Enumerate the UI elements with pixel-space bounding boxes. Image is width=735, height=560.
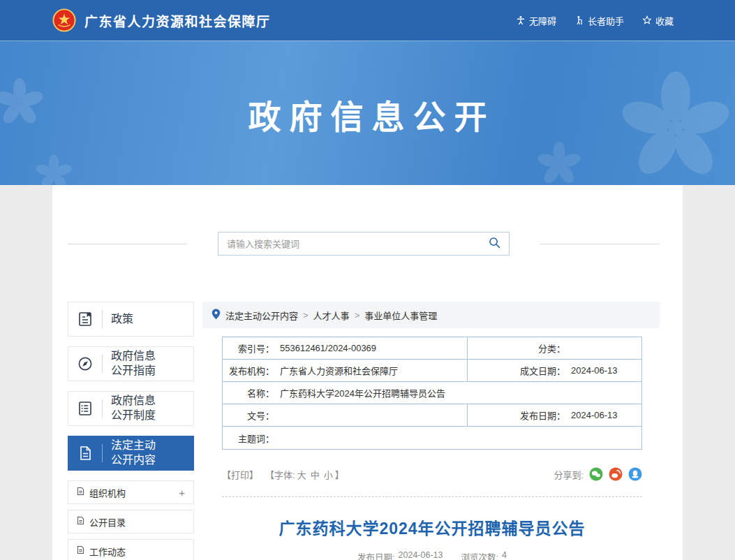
publish-date-meta-label: 发布日期: — [357, 550, 394, 560]
name-value: 广东药科大学2024年公开招聘辅导员公告 — [280, 386, 445, 399]
favorite-label: 收藏 — [655, 14, 674, 27]
columns: 政策 政府信息公开指南 — [68, 302, 660, 560]
breadcrumb-separator: > — [303, 310, 309, 320]
banner: 政府信息公开 — [0, 40, 735, 185]
star-icon — [642, 15, 652, 25]
name-label: 名称： — [223, 386, 274, 399]
site-title: 广东省人力资源和社会保障厅 — [84, 11, 271, 30]
sidebar-item-label: 政府信息公开指南 — [111, 349, 160, 378]
sidebar: 政策 政府信息公开指南 — [68, 302, 194, 560]
site-branding: 广东省人力资源和社会保障厅 — [52, 8, 271, 32]
search-row — [68, 232, 660, 256]
elder-person-icon — [574, 15, 584, 25]
breadcrumb: 法定主动公开内容 > 人才人事 > 事业单位人事管理 — [202, 302, 660, 328]
table-row: 文号： 发布日期： 2024-06-13 — [223, 404, 641, 427]
publisher-label: 发布机构： — [223, 364, 274, 377]
elder-assistant-link[interactable]: 长者助手 — [574, 14, 624, 27]
content-wrap: 政策 政府信息公开指南 — [0, 185, 735, 560]
page-icon — [77, 487, 84, 498]
decorative-rule-right — [540, 244, 660, 244]
content-card: 政策 政府信息公开指南 — [52, 185, 683, 560]
sidebar-item-label: 政策 — [111, 312, 160, 327]
accessibility-icon — [516, 15, 526, 25]
font-medium-button[interactable]: 中 — [311, 468, 320, 481]
list-document-icon — [68, 400, 102, 417]
sidebar-item-label: 法定主动公开内容 — [111, 439, 160, 468]
sidebar-item-info-system[interactable]: 政府信息公开制度 — [68, 391, 194, 426]
wechat-share-button[interactable] — [589, 467, 603, 481]
article-title: 广东药科大学2024年公开招聘辅导员公告 — [222, 515, 642, 539]
national-emblem-logo[interactable] — [52, 8, 76, 32]
font-large-button[interactable]: 大 — [297, 468, 306, 481]
breadcrumb-separator: > — [355, 310, 360, 320]
sidebar-subitem-organization[interactable]: 组织机构 + — [68, 480, 194, 504]
table-row: 主题词： — [223, 427, 641, 449]
table-row: 索引号： 553612461/2024-00369 分类： — [223, 337, 641, 360]
index-number-label: 索引号： — [223, 341, 274, 355]
sidebar-subitem-label: 组织机构 — [89, 486, 126, 499]
index-number-value: 553612461/2024-00369 — [280, 343, 376, 353]
flower-decoration — [29, 149, 78, 185]
file-icon — [68, 445, 102, 462]
page-icon — [77, 545, 84, 557]
favorite-link[interactable]: 收藏 — [642, 14, 674, 27]
article-body: 索引号： 553612461/2024-00369 分类： 发布机构： — [202, 337, 660, 560]
breadcrumb-item-statutory[interactable]: 法定主动公开内容 — [225, 309, 298, 322]
policy-document-icon — [68, 311, 102, 327]
doc-number-label: 文号： — [223, 408, 274, 422]
weibo-icon — [609, 467, 623, 481]
article-area: 法定主动公开内容 > 人才人事 > 事业单位人事管理 索引号： 55361246… — [202, 302, 660, 560]
sidebar-subitem-work-news[interactable]: 工作动态 — [68, 539, 194, 560]
sidebar-item-label: 政府信息公开制度 — [111, 394, 160, 423]
breadcrumb-item-personnel-mgmt[interactable]: 事业单位人事管理 — [364, 309, 437, 322]
location-pin-icon — [211, 309, 221, 322]
font-size-label-close: 】 — [335, 468, 344, 481]
dashed-divider — [222, 496, 642, 497]
weibo-share-button[interactable] — [609, 467, 623, 481]
publish-date-label: 发布日期： — [468, 408, 565, 422]
elder-assistant-label: 长者助手 — [588, 14, 624, 27]
sidebar-item-statutory-disclosure[interactable]: 法定主动公开内容 — [68, 436, 194, 471]
category-label: 分类： — [468, 341, 565, 355]
sidebar-subitem-label: 公开目录 — [89, 515, 126, 529]
sidebar-subitem-catalog[interactable]: 公开目录 — [68, 510, 194, 533]
qq-icon — [628, 467, 642, 481]
expand-plus-icon[interactable]: + — [179, 487, 185, 499]
publish-date-meta-value: 2024-06-13 — [399, 550, 443, 560]
page-icon — [77, 516, 84, 527]
accessibility-label: 无障碍 — [529, 14, 556, 27]
divider — [102, 355, 103, 373]
publisher-value: 广东省人力资源和社会保障厅 — [280, 364, 398, 377]
keywords-label: 主题词： — [223, 432, 274, 445]
table-row: 发布机构： 广东省人力资源和社会保障厅 成文日期： 2024-06-13 — [223, 360, 641, 382]
written-date-value: 2024-06-13 — [571, 365, 618, 376]
article-meta: 发布日期: 2024-06-13 浏览次数: 4 — [222, 550, 642, 560]
views-value: 4 — [502, 550, 507, 560]
font-small-button[interactable]: 小 — [324, 468, 333, 481]
info-table: 索引号： 553612461/2024-00369 分类： 发布机构： — [222, 337, 642, 450]
publish-date-value: 2024-06-13 — [571, 410, 618, 420]
topbar-utility-links: 无障碍 长者助手 收藏 — [516, 14, 674, 27]
search-button[interactable] — [480, 233, 509, 255]
font-size-label: 【字体: — [265, 468, 295, 481]
breadcrumb-item-talent[interactable]: 人才人事 — [313, 309, 350, 322]
accessibility-link[interactable]: 无障碍 — [516, 14, 556, 27]
wechat-icon — [589, 467, 603, 481]
flower-decoration — [530, 135, 588, 185]
article-toolbar: 【打印】 【字体: 大 中 小 】 分享到: — [222, 467, 642, 481]
search-input[interactable] — [218, 239, 480, 249]
qq-share-button[interactable] — [628, 467, 642, 481]
divider — [102, 444, 103, 462]
search-icon — [489, 237, 500, 251]
divider — [102, 310, 103, 328]
views-label: 浏览次数: — [461, 550, 498, 560]
sidebar-item-policy[interactable]: 政策 — [68, 302, 194, 337]
written-date-label: 成文日期： — [468, 364, 565, 377]
print-button[interactable]: 【打印】 — [222, 468, 258, 481]
table-row: 名称： 广东药科大学2024年公开招聘辅导员公告 — [223, 382, 641, 404]
decorative-rule-left — [68, 244, 187, 244]
topbar: 广东省人力资源和社会保障厅 无障碍 长者助手 — [0, 0, 735, 40]
font-size-group: 【字体: 大 中 小 】 — [265, 468, 344, 481]
banner-title: 政府信息公开 — [0, 90, 735, 138]
sidebar-item-info-guide[interactable]: 政府信息公开指南 — [68, 346, 194, 381]
